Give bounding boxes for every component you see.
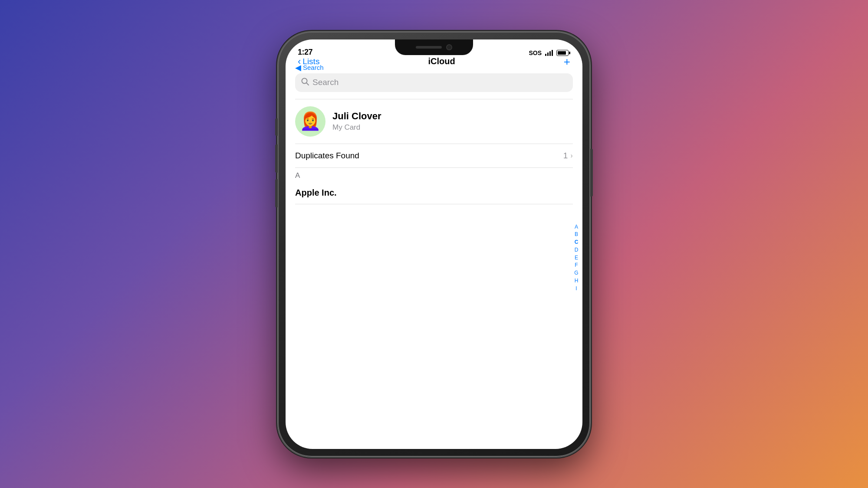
nav-back-label: Search xyxy=(303,64,324,71)
avatar: 👩‍🦰 xyxy=(295,106,326,137)
wifi-icon xyxy=(545,50,553,56)
status-indicators: SOS xyxy=(529,49,570,56)
duplicates-count: 1 xyxy=(563,151,568,160)
phone-device: 1:27 SOS xyxy=(278,32,590,457)
volume-up-button[interactable] xyxy=(275,144,278,173)
duplicates-count-area: 1 › xyxy=(563,151,573,160)
chevron-right-icon: › xyxy=(570,151,573,160)
front-camera xyxy=(446,44,452,50)
contact-name-apple: Apple Inc. xyxy=(295,188,337,198)
alpha-I[interactable]: I xyxy=(573,285,580,292)
alpha-F[interactable]: F xyxy=(573,262,580,269)
svg-line-1 xyxy=(306,83,309,85)
alpha-B[interactable]: B xyxy=(573,231,580,239)
duplicates-label: Duplicates Found xyxy=(295,151,359,160)
search-icon xyxy=(301,78,309,88)
divider-contact xyxy=(295,204,573,204)
my-card-name: Juli Clover xyxy=(332,111,573,122)
mute-button[interactable] xyxy=(275,118,278,136)
power-button[interactable] xyxy=(590,149,593,197)
alpha-H[interactable]: H xyxy=(573,277,580,285)
section-header-a: A xyxy=(286,168,582,182)
alpha-E[interactable]: E xyxy=(573,254,580,262)
my-card-subtitle: My Card xyxy=(332,123,573,132)
main-content: ◀ Search ‹ Lists iCloud + xyxy=(286,39,582,449)
speaker-grille xyxy=(416,46,442,49)
duplicates-row[interactable]: Duplicates Found 1 › xyxy=(286,144,582,167)
my-card-info: Juli Clover My Card xyxy=(332,111,573,131)
volume-down-button[interactable] xyxy=(275,179,278,207)
status-time: 1:27 xyxy=(298,48,312,57)
notch xyxy=(395,39,473,55)
alpha-C[interactable]: C xyxy=(573,239,580,246)
sos-indicator: SOS xyxy=(529,49,542,56)
contact-row-apple[interactable]: Apple Inc. xyxy=(286,182,582,204)
alpha-D[interactable]: D xyxy=(573,246,580,254)
alphabet-index[interactable]: A B C D E F G H I xyxy=(573,223,580,292)
alpha-A[interactable]: A xyxy=(573,223,580,231)
alpha-G[interactable]: G xyxy=(573,270,580,277)
battery-icon xyxy=(556,50,570,56)
back-arrow-small: ◀ xyxy=(295,63,301,72)
search-bar[interactable]: Search xyxy=(295,73,573,92)
search-placeholder: Search xyxy=(312,78,339,87)
my-card-row[interactable]: 👩‍🦰 Juli Clover My Card xyxy=(286,99,582,144)
nav-back-small[interactable]: ◀ Search xyxy=(295,63,324,72)
phone-screen: 1:27 SOS xyxy=(286,39,582,449)
